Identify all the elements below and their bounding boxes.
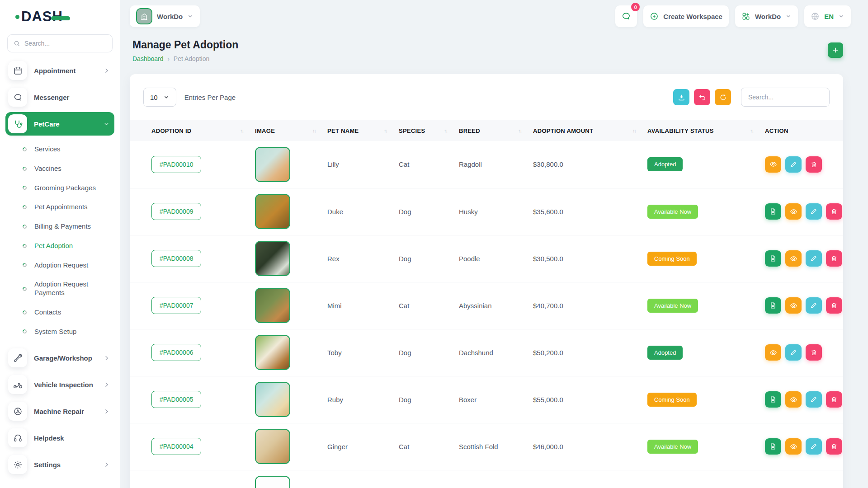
col-species[interactable]: SPECIES↑↓	[399, 120, 459, 141]
adoption-id-badge[interactable]: #PAD00008	[151, 250, 201, 267]
sidebar-item-pet-appointments[interactable]: Pet Appointments	[20, 197, 120, 217]
adoption-id-badge[interactable]: #PAD00006	[151, 344, 201, 361]
sidebar-item-services[interactable]: Services	[20, 140, 120, 159]
sidebar-item-contacts[interactable]: Contacts	[20, 303, 120, 322]
breadcrumb-dashboard-link[interactable]: Dashboard	[132, 55, 164, 62]
export-button[interactable]	[673, 89, 689, 105]
language-selector[interactable]: EN	[804, 5, 851, 27]
reset-button[interactable]	[694, 89, 710, 105]
workspace-selector[interactable]: WorkDo	[130, 5, 200, 27]
sort-icon[interactable]: ↑↓	[444, 128, 447, 133]
edit-button[interactable]	[806, 438, 822, 455]
bullet-icon	[22, 146, 28, 152]
adoption-id-badge[interactable]: #PAD00009	[151, 203, 201, 220]
create-workspace-button[interactable]: Create Workspace	[643, 5, 729, 27]
sidebar-item-appointment[interactable]: Appointment	[5, 59, 114, 82]
sort-icon[interactable]: ↑↓	[384, 128, 387, 133]
sidebar-item-billing-payments[interactable]: Billing & Payments	[20, 217, 120, 236]
cat-photo[interactable]	[255, 429, 290, 464]
col-adoption-amount[interactable]: ADOPTION AMOUNT↑↓	[533, 120, 647, 141]
adoption-id-badge[interactable]: #PAD00004	[151, 438, 201, 455]
sidebar-item-grooming-packages[interactable]: Grooming Packages	[20, 178, 120, 198]
adoption-id-badge[interactable]: #PAD00007	[151, 297, 201, 314]
col-adoption-id[interactable]: ADOPTION ID↑↓	[130, 120, 255, 141]
sidebar-item-settings[interactable]: Settings	[5, 453, 114, 476]
adoption-id-badge[interactable]: #PAD00005	[151, 391, 201, 408]
sort-icon[interactable]: ↑↓	[312, 128, 316, 133]
sort-icon[interactable]: ↑↓	[240, 128, 243, 133]
sidebar-item-adoption-request[interactable]: Adoption Request	[20, 256, 120, 275]
breadcrumb-separator: ›	[168, 56, 170, 62]
col-image[interactable]: IMAGE↑↓	[255, 120, 327, 141]
sidebar-item-adoption-request-payments[interactable]: Adoption Request Payments	[20, 275, 120, 303]
view-button[interactable]	[785, 250, 802, 267]
cat-photo[interactable]	[255, 288, 290, 323]
view-button[interactable]	[785, 297, 802, 314]
delete-button[interactable]	[806, 156, 822, 173]
trash-icon	[830, 396, 838, 403]
edit-button[interactable]	[785, 344, 802, 361]
table-row: #PAD00010 Lilly Cat Ragdoll $30,800.0 Ad…	[130, 141, 843, 188]
adoption-id-badge[interactable]: #PAD00010	[151, 156, 201, 173]
edit-button[interactable]	[806, 297, 822, 314]
view-button[interactable]	[785, 391, 802, 408]
sidebar-item-machine-repair[interactable]: Machine Repair	[5, 399, 114, 423]
col-pet-name[interactable]: PET NAME↑↓	[327, 120, 399, 141]
edit-button[interactable]	[806, 250, 822, 267]
chevron-right-icon	[103, 381, 110, 388]
sidebar-item-helpdesk[interactable]: Helpdesk	[5, 426, 114, 450]
reload-button[interactable]	[715, 89, 731, 105]
sort-icon[interactable]: ↑↓	[518, 128, 521, 133]
cat-photo[interactable]	[255, 147, 290, 182]
messages-button[interactable]: 0	[615, 5, 637, 27]
edit-button[interactable]	[806, 391, 822, 408]
delete-button[interactable]	[826, 297, 842, 314]
sidebar-item-messenger[interactable]: Messenger	[5, 85, 114, 109]
dog-photo[interactable]	[255, 382, 290, 417]
view-button[interactable]	[785, 203, 802, 220]
entries-per-page-select[interactable]: 10	[143, 88, 176, 107]
workspace-building-icon	[136, 8, 152, 24]
sidebar-item-garage-workshop[interactable]: Garage/Workshop	[5, 346, 114, 370]
delete-button[interactable]	[826, 250, 842, 267]
dog-photo[interactable]	[255, 335, 290, 370]
pet-photo[interactable]	[255, 476, 290, 488]
view-button[interactable]	[765, 156, 781, 173]
details-button[interactable]	[765, 391, 781, 408]
app-logo[interactable]: DASH	[15, 9, 70, 25]
dog-photo[interactable]	[255, 241, 290, 276]
dog-photo[interactable]	[255, 194, 290, 229]
details-button[interactable]	[765, 297, 781, 314]
col-breed[interactable]: BREED↑↓	[459, 120, 533, 141]
sidebar-item-vehicle-inspection[interactable]: Vehicle Inspection	[5, 373, 114, 396]
add-adoption-button[interactable]	[828, 42, 843, 58]
sidebar-item-system-setup[interactable]: System Setup	[20, 322, 120, 342]
sidebar-search-input[interactable]	[24, 40, 106, 47]
delete-button[interactable]	[826, 438, 842, 455]
col-availability-status[interactable]: AVAILABILITY STATUS↑↓	[647, 120, 765, 141]
view-button[interactable]	[785, 438, 802, 455]
details-button[interactable]	[765, 203, 781, 220]
chevron-down-icon	[187, 13, 193, 19]
sidebar-item-petcare[interactable]: PetCare	[5, 112, 114, 136]
edit-button[interactable]	[785, 156, 802, 173]
status-badge: Coming Soon	[647, 393, 697, 407]
sidebar-item-pet-adoption[interactable]: Pet Adoption	[20, 236, 120, 256]
workdo-menu-button[interactable]: WorkDo	[735, 5, 798, 27]
sort-icon[interactable]: ↑↓	[632, 128, 636, 133]
edit-button[interactable]	[806, 203, 822, 220]
delete-button[interactable]	[826, 391, 842, 408]
view-button[interactable]	[765, 344, 781, 361]
delete-button[interactable]	[806, 344, 822, 361]
details-button[interactable]	[765, 250, 781, 267]
table-row: #PAD00007 Mimi Cat Abyssinian $40,700.0 …	[130, 282, 843, 329]
file-icon	[769, 302, 777, 309]
pet-name: Duke	[327, 188, 399, 235]
sidebar-item-vaccines[interactable]: Vaccines	[20, 159, 120, 178]
sort-icon[interactable]: ↑↓	[750, 128, 753, 133]
details-button[interactable]	[765, 438, 781, 455]
sidebar-search[interactable]	[7, 34, 113, 52]
status-badge: Adopted	[647, 157, 683, 171]
table-search-input[interactable]	[741, 88, 830, 107]
delete-button[interactable]	[826, 203, 842, 220]
